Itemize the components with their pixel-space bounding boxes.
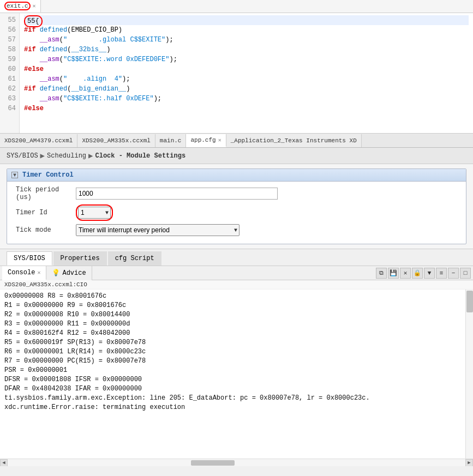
code-line-63: __asm("C$$EXITE:.half 0xDEFE"); <box>24 94 469 104</box>
tab-xds200-am335x[interactable]: XDS200_AM335x.ccxml <box>77 134 155 147</box>
timer-id-circled-wrapper: 1 2 3 ▼ <box>76 204 113 221</box>
console-path: XDS200_AM335x.ccxml:CIO <box>0 280 473 290</box>
code-editor: exit.c ✕ 55 56 57 58 59 60 61 62 63 64 5… <box>0 0 473 134</box>
code-lines-container: 55 56 57 58 59 60 61 62 63 64 55{ #if de… <box>0 13 473 133</box>
console-tabs: Console ✕ 💡 Advice <box>2 266 92 280</box>
tick-period-label: Tick period (us) <box>16 186 76 201</box>
code-line-57: __asm(" .global C$$EXITE"); <box>24 35 469 45</box>
timer-id-select-wrapper: 1 2 3 ▼ <box>78 207 111 219</box>
breadcrumb-sep1: ▶ <box>40 151 45 160</box>
file-tab-bar: XDS200_AM4379.ccxml XDS200_AM335x.ccxml … <box>0 134 473 148</box>
console-output: 0x00000008 R8 = 0x8001676c R1 = 0x000000… <box>0 290 473 459</box>
breadcrumb-sep2: ▶ <box>88 151 93 160</box>
toolbar-menu-btn[interactable]: ≡ <box>436 268 447 279</box>
settings-tab-bar: SYS/BIOS Properties cfg Script <box>0 249 473 266</box>
console-line-0: 0x00000008 R8 = 0x8001676c <box>4 292 462 301</box>
toolbar-maximize-btn[interactable]: □ <box>460 268 471 279</box>
settings-tab-properties[interactable]: Properties <box>53 251 107 266</box>
timer-control-body: Tick period (us) Timer Id 1 2 3 ▼ <box>7 182 466 244</box>
code-line-62: #if defined(__big_endian__) <box>24 84 469 94</box>
line-numbers: 55 56 57 58 59 60 61 62 63 64 <box>0 13 20 133</box>
tab-app-cfg[interactable]: app.cfg ✕ <box>186 134 226 147</box>
code-line-60: #else <box>24 64 469 74</box>
advice-bulb-icon: 💡 <box>52 269 60 277</box>
toolbar-save-btn[interactable]: 💾 <box>388 268 399 279</box>
scroll-thumb <box>466 291 473 312</box>
timer-control-header: ▼ Timer Control <box>7 169 466 182</box>
console-line-11: ti.sysbios.family.arm.exc.Exception: lin… <box>4 394 462 403</box>
exit-c-label: exit.c <box>4 2 31 10</box>
console-tab-advice[interactable]: 💡 Advice <box>46 266 92 280</box>
hscroll-thumb <box>191 460 235 466</box>
console-tab-bar: Console ✕ 💡 Advice ⧉ 💾 ✕ 🔒 ▼ ≡ − □ <box>0 266 473 280</box>
timer-id-select[interactable]: 1 2 3 <box>78 207 111 219</box>
console-line-8: PSR = 0x00000001 <box>4 366 462 375</box>
hscroll-left-arrow[interactable]: ◀ <box>0 459 8 467</box>
console-vertical-scrollbar[interactable] <box>465 290 473 459</box>
tick-mode-select[interactable]: Timer will interrupt every period Timer … <box>76 224 240 236</box>
console-line-9: DFSR = 0x00001808 IFSR = 0x00000000 <box>4 375 462 384</box>
console-line-2: R2 = 0x00000008 R10 = 0x80014400 <box>4 310 462 320</box>
settings-panel: SYS/BIOS ▶ Scheduling ▶ Clock - Module S… <box>0 148 473 266</box>
toolbar-lock-btn[interactable]: 🔒 <box>412 268 423 279</box>
console-line-6: R6 = 0x00000001 LR(R14) = 0x8000c23c <box>4 347 462 357</box>
console-hscroll[interactable]: ◀ ▶ <box>0 459 473 466</box>
console-line-4: R4 = 0x800162f4 R12 = 0x48042000 <box>4 329 462 338</box>
tick-mode-row: Tick mode Timer will interrupt every per… <box>16 224 457 236</box>
toolbar-clear-btn[interactable]: ✕ <box>400 268 411 279</box>
code-line-61: __asm(" .align 4"); <box>24 74 469 84</box>
code-line-58: #if defined(__32bis__) <box>24 45 469 55</box>
console-toolbar: ⧉ 💾 ✕ 🔒 ▼ ≡ − □ <box>376 268 471 279</box>
hscroll-right-arrow[interactable]: ▶ <box>465 459 473 467</box>
close-exit-c-icon[interactable]: ✕ <box>33 3 36 9</box>
collapse-icon[interactable]: ▼ <box>11 172 18 178</box>
console-line-12: xdc.runtime.Error.raise: terminating exe… <box>4 403 462 412</box>
toolbar-copy-btn[interactable]: ⧉ <box>376 268 387 279</box>
close-console-icon[interactable]: ✕ <box>37 269 40 276</box>
code-content: 55{ #if defined(EMBED_CIO_BP) __asm(" .g… <box>20 13 473 133</box>
tick-period-row: Tick period (us) <box>16 186 457 201</box>
breadcrumb: SYS/BIOS ▶ Scheduling ▶ Clock - Module S… <box>0 148 473 164</box>
close-app-cfg-icon[interactable]: ✕ <box>218 137 221 143</box>
breadcrumb-sysbios[interactable]: SYS/BIOS <box>7 152 38 160</box>
code-line-59: __asm("C$$EXITE:.word 0xDEFED0FE"); <box>24 55 469 64</box>
console-tab-console[interactable]: Console ✕ <box>2 266 46 280</box>
breadcrumb-scheduling[interactable]: Scheduling <box>47 152 86 160</box>
code-line-56: #if defined(EMBED_CIO_BP) <box>24 25 469 35</box>
tick-mode-select-wrapper: Timer will interrupt every period Timer … <box>76 224 240 236</box>
console-line-5: R5 = 0x6000019f SP(R13) = 0x80007e78 <box>4 338 462 347</box>
tab-main-c[interactable]: main.c <box>155 134 187 147</box>
tab-app-texas[interactable]: _Application_2_Texas Instruments XD <box>226 134 362 147</box>
settings-tab-sysbios[interactable]: SYS/BIOS <box>7 251 52 266</box>
console-line-1: R1 = 0x00000000 R9 = 0x8001676c <box>4 301 462 310</box>
toolbar-dropdown-btn[interactable]: ▼ <box>424 268 435 279</box>
code-line-55: 55{ <box>24 15 469 25</box>
breadcrumb-clock: Clock - Module Settings <box>95 152 186 160</box>
settings-tab-cfg-script[interactable]: cfg Script <box>108 251 161 266</box>
timer-id-row: Timer Id 1 2 3 ▼ <box>16 204 457 221</box>
console-section: Console ✕ 💡 Advice ⧉ 💾 ✕ 🔒 ▼ ≡ − □ XDS20… <box>0 266 473 466</box>
timer-id-label: Timer Id <box>16 209 76 216</box>
timer-control-title: Timer Control <box>22 171 74 179</box>
tab-exit-c[interactable]: exit.c ✕ <box>0 0 41 13</box>
tick-mode-label: Tick mode <box>16 226 76 234</box>
tab-xds200-am4379[interactable]: XDS200_AM4379.ccxml <box>0 134 77 147</box>
toolbar-minimize-btn[interactable]: − <box>448 268 459 279</box>
console-line-7: R7 = 0x00000000 PC(R15) = 0x80007e78 <box>4 357 462 366</box>
console-line-10: DFAR = 0x48042038 IFAR = 0x00000000 <box>4 384 462 394</box>
code-line-64: #else <box>24 104 469 113</box>
console-line-3: R3 = 0x00000000 R11 = 0x0000000d <box>4 320 462 329</box>
tick-period-input[interactable] <box>76 188 278 200</box>
editor-tab-bar: exit.c ✕ <box>0 0 473 13</box>
timer-control-box: ▼ Timer Control Tick period (us) Timer I… <box>7 168 466 244</box>
